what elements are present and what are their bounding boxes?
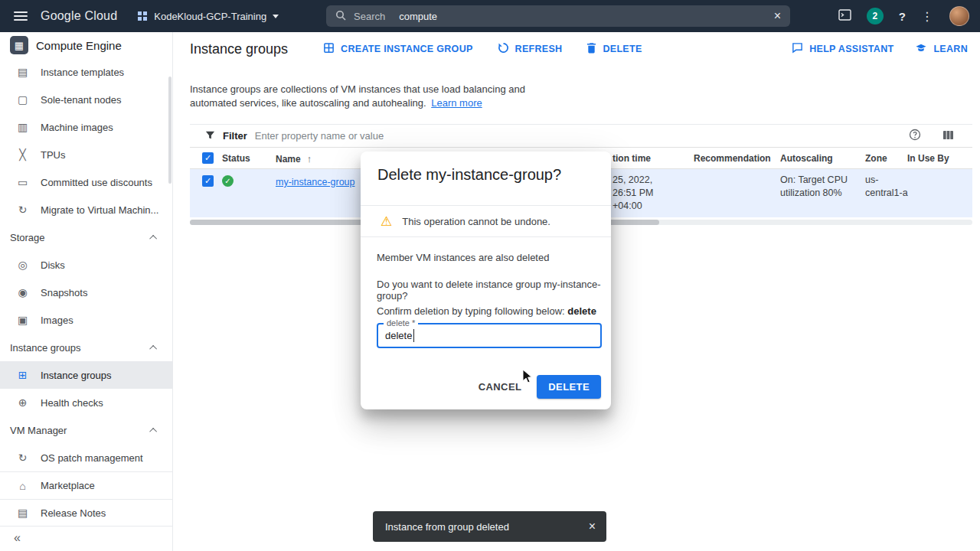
toast-close-icon[interactable]: × [589, 520, 596, 533]
sidebar-item-label: Machine images [41, 122, 113, 133]
avatar[interactable] [949, 6, 969, 26]
row-checkbox[interactable]: ✓ [202, 175, 214, 187]
sidebar-item-machine-images[interactable]: ▥ Machine images [0, 113, 172, 141]
create-instance-group-label: CREATE INSTANCE GROUP [341, 44, 473, 54]
sidebar-item-health-checks[interactable]: ⊕ Health checks [0, 389, 172, 416]
sidebar-item-label: Instance templates [41, 67, 124, 78]
sidebar: ▦ Compute Engine ▤ Instance templates ▢ … [0, 32, 173, 551]
sidebar-item-label: Disks [41, 259, 65, 271]
page-description: Instance groups are collections of VM in… [190, 83, 556, 110]
column-in-use-by: In Use By [907, 153, 949, 164]
section-label: Instance groups [10, 342, 81, 354]
sidebar-section-vm-manager[interactable]: VM Manager [0, 416, 172, 444]
help-icon[interactable]: ? [899, 10, 906, 23]
sidebar-item-migrate-to-vm[interactable]: ↻ Migrate to Virtual Machin... [0, 196, 172, 223]
warning-text: This operation cannot be undone. [402, 216, 550, 227]
status-ok-icon: ✓ [222, 175, 234, 187]
filter-input[interactable] [255, 130, 897, 142]
toast-snackbar: Instance from group deleted × [373, 511, 606, 542]
sidebar-title: Compute Engine [36, 39, 122, 52]
sort-ascending-icon[interactable]: ↑ [307, 153, 312, 165]
chevron-up-icon [149, 344, 157, 352]
learn-label: LEARN [933, 44, 968, 54]
select-all-checkbox[interactable]: ✓ [202, 152, 214, 164]
notification-badge[interactable]: 2 [867, 8, 884, 24]
google-cloud-logo: Google Cloud [41, 9, 117, 23]
learn-more-link[interactable]: Learn more [431, 97, 482, 109]
sidebar-section-instance-groups[interactable]: Instance groups [0, 334, 172, 361]
sidebar-item-label: Migrate to Virtual Machin... [41, 204, 158, 216]
mouse-cursor [522, 369, 533, 384]
check-icon: ✓ [222, 175, 234, 187]
create-instance-group-button[interactable]: CREATE INSTANCE GROUP [323, 42, 473, 56]
help-assistant-button[interactable]: HELP ASSISTANT [792, 42, 893, 56]
refresh-icon [498, 42, 509, 56]
sidebar-scrollbar[interactable] [168, 77, 172, 184]
chevron-down-icon [273, 15, 279, 18]
filter-icons [909, 129, 954, 144]
instance-groups-icon: ⊞ [16, 369, 29, 381]
collapse-sidebar-icon[interactable]: « [14, 531, 21, 545]
header-right-actions: HELP ASSISTANT LEARN [792, 32, 968, 66]
create-instance-group-icon [323, 42, 335, 56]
search-input[interactable]: Search compute × [326, 5, 790, 27]
refresh-button[interactable]: REFRESH [498, 42, 563, 56]
clear-search-icon[interactable]: × [774, 9, 781, 23]
sidebar-item-marketplace[interactable]: ⌂ Marketplace [0, 471, 172, 499]
column-display-options-icon[interactable] [942, 129, 954, 143]
page-header: Instance groups CREATE INSTANCE GROUP RE… [173, 32, 980, 66]
delete-confirm-input[interactable] [378, 324, 600, 347]
filter-label: Filter [223, 130, 247, 142]
project-selector[interactable]: KodeKloud-GCP-Training [137, 11, 279, 22]
sidebar-header: ▦ Compute Engine [0, 32, 172, 58]
health-checks-icon: ⊕ [16, 396, 29, 409]
delete-confirm-button[interactable]: DELETE [537, 375, 601, 399]
column-zone: Zone [865, 153, 887, 164]
sole-tenant-nodes-icon: ▢ [16, 93, 29, 106]
dialog-body-line1: Member VM instances are also deleted [377, 252, 549, 263]
delete-toolbar-button[interactable]: DELETE [586, 42, 642, 56]
sidebar-item-label: Marketplace [41, 480, 95, 491]
release-notes-icon: ▤ [16, 507, 29, 519]
column-creation-time: tion time [612, 153, 651, 164]
sidebar-item-label: Images [41, 315, 74, 326]
cancel-button[interactable]: CANCEL [471, 375, 530, 399]
sidebar-item-snapshots[interactable]: ◉ Snapshots [0, 279, 172, 306]
learn-icon [915, 42, 927, 56]
delete-dialog: Delete my-instance-group? ⚠ This operati… [361, 152, 611, 409]
section-label: VM Manager [10, 425, 67, 436]
more-options-icon[interactable]: ⋮ [921, 9, 934, 24]
migrate-icon: ↻ [16, 204, 29, 216]
instance-group-name-link[interactable]: my-instance-group [276, 177, 355, 187]
sidebar-item-instance-groups[interactable]: ⊞ Instance groups [0, 361, 172, 389]
disks-icon: ◎ [16, 259, 29, 271]
filter-help-icon[interactable] [909, 129, 921, 144]
column-status: Status [222, 153, 250, 164]
toast-message: Instance from group deleted [385, 521, 589, 533]
filter-funnel-icon [205, 129, 215, 143]
sidebar-item-sole-tenant-nodes[interactable]: ▢ Sole-tenant nodes [0, 86, 172, 113]
sidebar-section-storage[interactable]: Storage [0, 223, 172, 251]
sidebar-item-images[interactable]: ▣ Images [0, 306, 172, 334]
os-patch-icon: ↻ [16, 452, 29, 464]
text-caret [413, 329, 414, 342]
sidebar-item-disks[interactable]: ◎ Disks [0, 251, 172, 279]
delete-confirm-field: delete * [377, 323, 602, 348]
warning-icon: ⚠ [381, 214, 392, 230]
menu-icon[interactable] [14, 11, 28, 21]
chevron-up-icon [149, 234, 157, 242]
dialog-body-line2: Do you want to delete instance group my-… [377, 279, 611, 302]
sidebar-item-os-patch-management[interactable]: ↻ OS patch management [0, 444, 172, 471]
sidebar-item-instance-templates[interactable]: ▤ Instance templates [0, 58, 172, 86]
search-label: Search [354, 11, 385, 22]
sidebar-item-committed-use-discounts[interactable]: ▭ Committed use discounts [0, 168, 172, 196]
sidebar-item-release-notes[interactable]: ▤ Release Notes [0, 499, 172, 527]
column-name[interactable]: Name↑ [276, 153, 312, 165]
cloud-shell-icon[interactable] [838, 9, 851, 24]
sidebar-item-label: Instance groups [41, 370, 112, 381]
column-autoscaling: Autoscaling [780, 153, 833, 164]
instance-templates-icon: ▤ [16, 66, 29, 78]
images-icon: ▣ [16, 314, 29, 326]
sidebar-item-tpus[interactable]: ╳ TPUs [0, 141, 172, 168]
learn-button[interactable]: LEARN [915, 42, 968, 56]
